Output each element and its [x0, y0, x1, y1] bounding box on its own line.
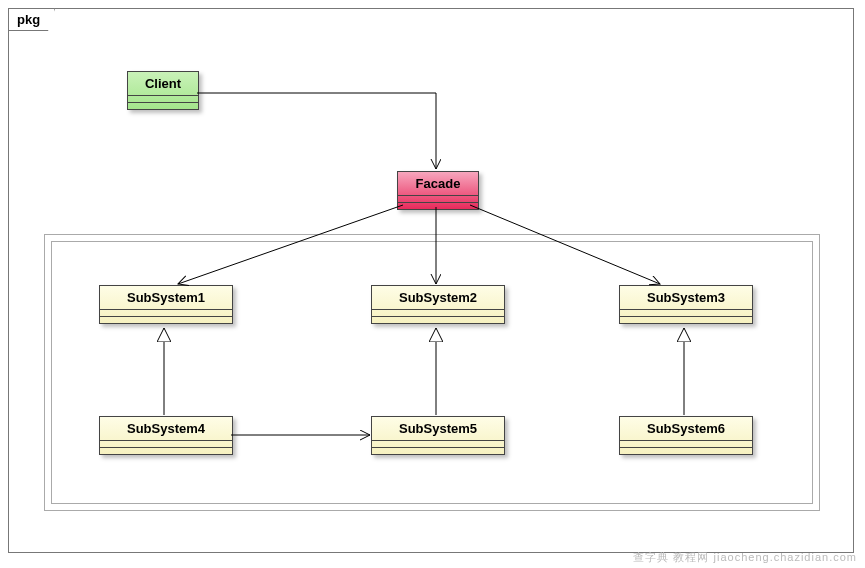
- class-name: SubSystem2: [372, 286, 504, 310]
- watermark: 查字典 教程网 jiaocheng.chazidian.com: [633, 550, 857, 565]
- subsystem-frame-inner: [51, 241, 813, 504]
- class-subsystem5: SubSystem5: [371, 416, 505, 455]
- class-name: SubSystem4: [100, 417, 232, 441]
- class-subsystem3: SubSystem3: [619, 285, 753, 324]
- class-subsystem6: SubSystem6: [619, 416, 753, 455]
- class-facade: Facade: [397, 171, 479, 210]
- package-frame: pkg Client Facade SubSystem1 SubSystem2 …: [8, 8, 854, 553]
- class-subsystem2: SubSystem2: [371, 285, 505, 324]
- class-name: SubSystem5: [372, 417, 504, 441]
- package-label: pkg: [8, 8, 55, 31]
- class-name: Facade: [398, 172, 478, 196]
- class-subsystem4: SubSystem4: [99, 416, 233, 455]
- class-name: SubSystem1: [100, 286, 232, 310]
- class-subsystem1: SubSystem1: [99, 285, 233, 324]
- class-name: SubSystem3: [620, 286, 752, 310]
- diagram-canvas: pkg Client Facade SubSystem1 SubSystem2 …: [0, 0, 865, 568]
- class-client: Client: [127, 71, 199, 110]
- class-name: Client: [128, 72, 198, 96]
- class-name: SubSystem6: [620, 417, 752, 441]
